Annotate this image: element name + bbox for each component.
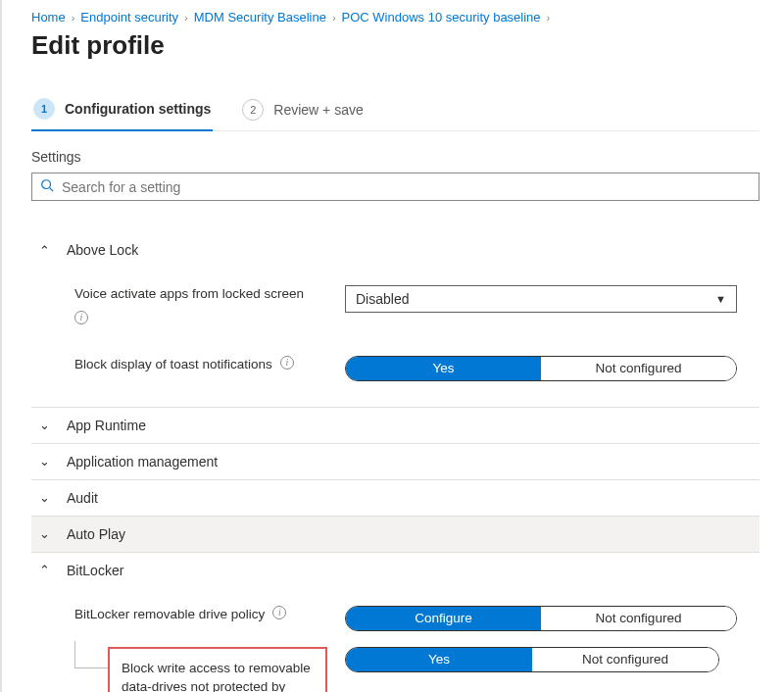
setting-label-text: BitLocker removable drive policy	[74, 606, 265, 624]
search-box[interactable]	[31, 173, 760, 201]
dropdown-voice-activate[interactable]: Disabled ▼	[345, 285, 737, 313]
section-header-above-lock[interactable]: ⌃ Above Lock	[31, 232, 760, 268]
info-icon[interactable]: i	[74, 311, 88, 324]
toggle-option-yes[interactable]: Yes	[346, 648, 532, 671]
search-icon	[40, 178, 54, 195]
section-above-lock: ⌃ Above Lock Voice activate apps from lo…	[31, 232, 760, 407]
breadcrumb-mdm-baseline[interactable]: MDM Security Baseline	[194, 10, 326, 25]
chevron-right-icon: ›	[547, 12, 551, 24]
breadcrumb: Home › Endpoint security › MDM Security …	[31, 10, 760, 25]
search-input[interactable]	[62, 179, 751, 195]
section-title: App Runtime	[67, 418, 146, 433]
settings-heading: Settings	[31, 149, 760, 165]
svg-point-0	[42, 180, 51, 189]
chevron-up-icon: ⌃	[39, 243, 53, 258]
section-audit: ⌄ Audit	[31, 479, 760, 516]
info-icon[interactable]: i	[272, 606, 286, 619]
setting-label-text: Voice activate apps from locked screen	[74, 286, 304, 301]
section-header-bitlocker[interactable]: ⌃ BitLocker	[31, 553, 760, 588]
chevron-down-icon: ⌄	[39, 454, 53, 469]
section-title: BitLocker	[67, 563, 123, 578]
chevron-up-icon: ⌃	[39, 563, 53, 577]
step-label: Configuration settings	[65, 101, 211, 117]
setting-bitlocker-removable-policy: BitLocker removable drive policy i Confi…	[31, 600, 760, 637]
breadcrumb-home[interactable]: Home	[31, 10, 66, 25]
section-application-management: ⌄ Application management	[31, 443, 760, 479]
dropdown-value: Disabled	[356, 291, 409, 307]
toggle-option-not-configured[interactable]: Not configured	[532, 648, 718, 671]
breadcrumb-endpoint-security[interactable]: Endpoint security	[80, 10, 178, 25]
svg-line-1	[50, 188, 54, 192]
toggle-option-not-configured[interactable]: Not configured	[541, 607, 736, 630]
chevron-down-icon: ⌄	[39, 526, 53, 541]
section-header-application-management[interactable]: ⌄ Application management	[31, 444, 760, 479]
info-icon[interactable]: i	[280, 356, 294, 370]
step-review-save[interactable]: 2 Review + save	[240, 90, 365, 130]
section-app-runtime: ⌄ App Runtime	[31, 407, 760, 443]
toggle-option-yes[interactable]: Yes	[346, 357, 541, 380]
section-bitlocker: ⌃ BitLocker BitLocker removable drive po…	[31, 552, 760, 692]
section-header-audit[interactable]: ⌄ Audit	[31, 480, 760, 516]
wizard-stepper: 1 Configuration settings 2 Review + save	[31, 90, 760, 131]
tree-connector	[74, 641, 108, 668]
setting-block-toast: Block display of toast notifications i Y…	[31, 350, 760, 387]
setting-label-text: Block write access to removable data-dri…	[122, 661, 311, 692]
toggle-block-write-access[interactable]: Yes Not configured	[345, 647, 719, 672]
section-title: Above Lock	[67, 242, 138, 258]
chevron-right-icon: ›	[72, 12, 75, 24]
section-title: Audit	[67, 490, 98, 506]
toggle-block-toast[interactable]: Yes Not configured	[345, 356, 737, 381]
setting-voice-activate: Voice activate apps from locked screen i…	[31, 279, 760, 332]
toggle-bitlocker-policy[interactable]: Configure Not configured	[345, 606, 737, 631]
breadcrumb-poc-baseline[interactable]: POC Windows 10 security baseline	[342, 10, 541, 25]
section-auto-play: ⌄ Auto Play	[31, 516, 760, 552]
chevron-down-icon: ⌄	[39, 418, 53, 432]
step-number: 2	[242, 99, 264, 121]
chevron-down-icon: ⌄	[39, 490, 53, 505]
section-title: Application management	[67, 454, 218, 470]
chevron-right-icon: ›	[184, 12, 188, 24]
chevron-down-icon: ▼	[715, 293, 726, 305]
chevron-right-icon: ›	[332, 12, 336, 24]
toggle-option-not-configured[interactable]: Not configured	[541, 357, 736, 380]
toggle-option-configure[interactable]: Configure	[346, 607, 541, 630]
page-title: Edit profile	[31, 30, 760, 61]
section-header-auto-play[interactable]: ⌄ Auto Play	[31, 517, 760, 552]
highlighted-setting-block-write: Block write access to removable data-dri…	[108, 647, 327, 692]
section-title: Auto Play	[67, 526, 125, 542]
step-number: 1	[33, 98, 55, 120]
setting-label-text: Block display of toast notifications	[74, 356, 272, 374]
step-configuration-settings[interactable]: 1 Configuration settings	[31, 90, 213, 131]
step-label: Review + save	[273, 102, 363, 118]
section-header-app-runtime[interactable]: ⌄ App Runtime	[31, 408, 760, 443]
